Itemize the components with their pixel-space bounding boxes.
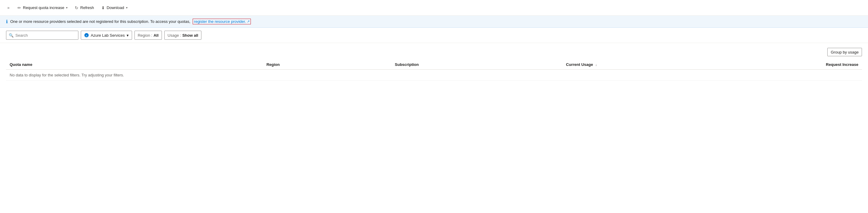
- download-button[interactable]: ⬇ Download ▾: [98, 3, 130, 13]
- request-quota-chevron: ▾: [66, 6, 67, 9]
- request-quota-label: Request quota increase: [23, 5, 64, 10]
- empty-row: No data to display for the selected filt…: [6, 70, 862, 81]
- register-provider-link-text: register the resource provider.: [194, 19, 246, 24]
- service-dropdown-button[interactable]: A Azure Lab Services ▾: [81, 31, 132, 40]
- table-body: No data to display for the selected filt…: [6, 70, 862, 81]
- group-by-usage-label: Group by usage: [831, 50, 859, 55]
- region-filter-value: All: [153, 33, 159, 38]
- col-header-request-increase: Request Increase: [734, 60, 862, 70]
- usage-filter-label: Usage :: [167, 33, 181, 38]
- usage-filter-value: Show all: [182, 33, 198, 38]
- region-filter-label: Region :: [138, 33, 152, 38]
- download-label: Download: [107, 5, 124, 10]
- region-filter-button[interactable]: Region : All: [134, 31, 162, 40]
- external-link-icon: ↗: [247, 20, 250, 24]
- info-banner: ℹ One or more resource providers selecte…: [0, 15, 868, 28]
- collapse-button[interactable]: »: [4, 3, 13, 13]
- edit-icon: ✏: [18, 5, 21, 10]
- banner-message: One or more resource providers selected …: [10, 19, 190, 24]
- svg-text:A: A: [86, 34, 87, 37]
- top-toolbar: » ✏ Request quota increase ▾ ↻ Refresh ⬇…: [0, 0, 868, 15]
- download-icon: ⬇: [101, 5, 105, 10]
- search-input[interactable]: [16, 33, 76, 38]
- group-by-row: Group by usage: [6, 48, 862, 56]
- col-header-subscription: Subscription: [391, 60, 563, 70]
- table-header: Quota name Region Subscription Current U…: [6, 60, 862, 70]
- col-header-quota-name: Quota name: [6, 60, 263, 70]
- usage-filter-button[interactable]: Usage : Show all: [164, 31, 202, 40]
- service-dropdown-chevron: ▾: [127, 33, 129, 38]
- empty-message: No data to display for the selected filt…: [6, 70, 862, 81]
- chevron-left-icon: »: [7, 5, 9, 10]
- sort-icon: ↓: [595, 63, 597, 67]
- group-by-usage-button[interactable]: Group by usage: [827, 48, 862, 56]
- refresh-button[interactable]: ↻ Refresh: [72, 3, 97, 13]
- refresh-icon: ↻: [75, 5, 79, 10]
- refresh-label: Refresh: [80, 5, 94, 10]
- azure-lab-services-icon: A: [84, 33, 89, 38]
- download-chevron: ▾: [126, 6, 127, 9]
- filters-row: 🔍 A Azure Lab Services ▾ Region : All Us…: [0, 28, 868, 43]
- service-dropdown-label: Azure Lab Services: [91, 33, 125, 38]
- search-box[interactable]: 🔍: [6, 31, 79, 40]
- col-header-region: Region: [263, 60, 391, 70]
- col-header-current-usage[interactable]: Current Usage ↓: [562, 60, 734, 70]
- register-provider-link[interactable]: register the resource provider. ↗: [193, 19, 251, 24]
- info-icon: ℹ: [6, 19, 8, 24]
- search-icon: 🔍: [9, 33, 13, 38]
- quota-table: Quota name Region Subscription Current U…: [6, 60, 862, 81]
- table-area: Group by usage Quota name Region Subscri…: [0, 43, 868, 85]
- request-quota-button[interactable]: ✏ Request quota increase ▾: [14, 3, 70, 13]
